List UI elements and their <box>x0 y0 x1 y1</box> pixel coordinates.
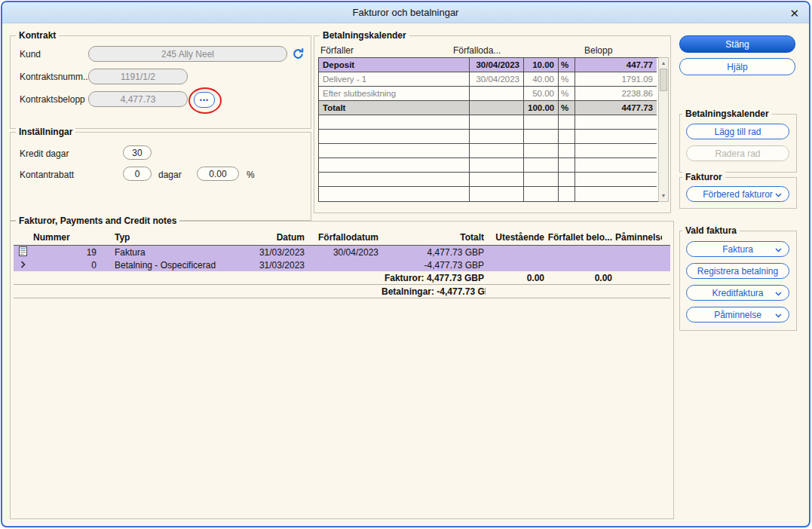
col-header-forfallet-belopp: Förfallet belo... <box>546 232 614 243</box>
payment-row[interactable]: 0 Betalning - Ospecificerad 31/03/2023 -… <box>14 258 670 271</box>
cell-unit: % <box>559 101 575 115</box>
cell-nummer: 19 <box>32 247 98 258</box>
kund-field[interactable] <box>88 46 287 62</box>
chevron-down-icon <box>775 313 782 318</box>
hjalp-label: Hjälp <box>727 62 747 72</box>
chevron-down-icon <box>775 248 782 252</box>
table-row-empty[interactable] <box>319 144 658 158</box>
summary-utestaende: 0.00 <box>486 273 546 283</box>
cell-typ: Faktura <box>98 247 249 258</box>
vald-faktura-legend: Vald faktura <box>682 225 740 236</box>
cell-empty <box>319 144 470 158</box>
table-row-empty[interactable] <box>319 158 658 173</box>
dialog-window: Fakturor och betalningar ✕ Kontrakt Kund… <box>1 1 810 527</box>
summary-fakturor-total: Fakturor: 4,477.73 GBP <box>380 273 486 283</box>
invoice-row[interactable]: 19 Faktura 31/03/2023 30/04/2023 4,477.7… <box>14 246 670 258</box>
col-header-forfaller: Förfaller <box>320 45 354 56</box>
lagg-till-rad-label: Lägg till rad <box>714 127 761 137</box>
col-header-nummer: Nummer <box>32 232 98 243</box>
summary-row-betalningar: Betalningar: -4,477.73 GBP <box>14 285 670 298</box>
radera-rad-label: Radera rad <box>715 148 760 159</box>
kontantrabatt-procent-field[interactable] <box>197 167 239 181</box>
faktura-label: Faktura <box>722 244 753 255</box>
installningar-group: Inställningar Kredit dagar Kontantrabatt… <box>10 132 311 221</box>
kontraktsnummer-field[interactable] <box>88 69 188 84</box>
stang-button[interactable]: Stäng <box>679 35 795 53</box>
kontantrabatt-dagar-field[interactable] <box>123 167 152 181</box>
refresh-icon[interactable] <box>292 47 305 60</box>
summary-row-fakturor: Fakturor: 4,477.73 GBP 0.00 0.00 <box>14 271 670 285</box>
col-header-totalt: Totalt <box>380 232 486 243</box>
cell-empty <box>559 115 575 130</box>
table-row-empty[interactable] <box>319 115 658 130</box>
sidebar-fakturor-legend: Fakturor <box>682 172 725 182</box>
cell-empty <box>470 173 524 187</box>
faktura-button[interactable]: Faktura <box>686 241 789 257</box>
cell-empty <box>470 115 524 130</box>
table-row-empty[interactable] <box>319 173 658 187</box>
expand-chevron-icon[interactable] <box>14 260 32 271</box>
cell-datum: 31/03/2023 <box>249 260 306 271</box>
cell-empty <box>524 115 559 130</box>
cell-empty <box>575 187 657 201</box>
radera-rad-button[interactable]: Radera rad <box>686 145 789 161</box>
cell-unit: % <box>559 72 575 87</box>
close-icon[interactable]: ✕ <box>789 7 799 18</box>
paminnelse-button[interactable]: Påminnelse <box>686 307 789 323</box>
ellipsis-button[interactable]: ••• <box>194 92 215 108</box>
scroll-up-icon[interactable]: ▲ <box>659 59 668 68</box>
cell-empty <box>559 144 575 158</box>
cell-empty <box>559 158 575 173</box>
kreditfaktura-button[interactable]: Kreditfaktura <box>686 285 789 301</box>
cell-datum: 31/03/2023 <box>249 247 306 258</box>
col-header-paminnelse: Påminnelse <box>614 232 662 243</box>
table-row[interactable]: Delivery - 1 30/04/2023 40.00 % 1791.09 <box>319 72 658 87</box>
table-row-empty[interactable] <box>319 187 658 201</box>
col-header-typ: Typ <box>98 232 249 243</box>
col-header-belopp: Belopp <box>584 45 612 56</box>
cell-empty <box>470 144 524 158</box>
table-row-empty[interactable] <box>319 130 658 144</box>
cell-name: Efter slutbesiktning <box>319 87 470 101</box>
cell-name: Deposit <box>319 58 470 72</box>
cell-date: 30/04/2023 <box>470 58 524 72</box>
cell-empty <box>470 130 524 144</box>
cell-amount: 2238.86 <box>575 87 657 101</box>
cell-forfallodatum: 30/04/2023 <box>306 247 380 258</box>
scroll-down-icon[interactable]: ▼ <box>659 191 668 200</box>
cell-empty <box>319 130 470 144</box>
lagg-till-rad-button[interactable]: Lägg till rad <box>686 124 789 139</box>
forbered-fakturor-label: Förbered fakturor <box>703 189 773 200</box>
cell-empty <box>524 130 559 144</box>
cell-date <box>470 101 524 115</box>
cell-date <box>470 87 524 101</box>
cell-empty <box>470 158 524 173</box>
kreditfaktura-label: Kreditfaktura <box>712 288 763 298</box>
cell-empty <box>559 187 575 201</box>
cell-amount: 4477.73 <box>575 101 657 115</box>
forbered-fakturor-button[interactable]: Förbered fakturor <box>686 186 789 202</box>
cell-name: Totalt <box>319 101 470 115</box>
table-row[interactable]: Efter slutbesiktning 50.00 % 2238.86 <box>319 87 658 101</box>
invoice-table-header: Nummer Typ Datum Förfallodatum Totalt Ut… <box>14 232 670 246</box>
sidebar-fakturor-group: Fakturor Förbered fakturor <box>679 177 797 209</box>
dagar-label: dagar <box>158 170 182 180</box>
cell-empty <box>559 130 575 144</box>
cell-empty <box>524 144 559 158</box>
col-icon-spacer <box>14 232 32 243</box>
registrera-betalning-button[interactable]: Registrera betalning <box>686 263 789 279</box>
table-scrollbar[interactable]: ▲ ▼ <box>658 57 669 202</box>
cell-amount: 1791.09 <box>575 72 657 87</box>
kontantrabatt-label: Kontantrabatt <box>20 170 74 180</box>
table-row-total[interactable]: Totalt 100.00 % 4477.73 <box>319 101 658 115</box>
hjalp-button[interactable]: Hjälp <box>679 58 795 75</box>
table-row[interactable]: Deposit 30/04/2023 10.00 % 447.77 <box>319 58 658 72</box>
summary-betalningar-total: Betalningar: -4,477.73 GBP <box>380 286 486 297</box>
kontraktsbelopp-field[interactable] <box>88 91 188 107</box>
kredit-dagar-field[interactable] <box>123 145 152 160</box>
cell-percent: 50.00 <box>524 87 559 101</box>
betalningskalender-legend: Betalningskalender <box>320 30 409 41</box>
scrollbar-thumb[interactable] <box>660 69 667 91</box>
cell-empty <box>575 115 657 130</box>
window-title: Fakturor och betalningar <box>353 7 459 18</box>
